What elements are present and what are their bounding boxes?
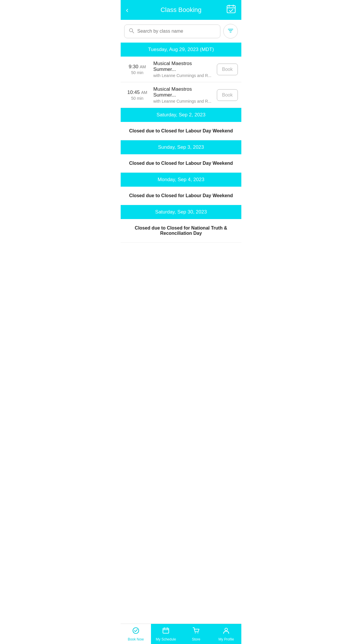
search-input[interactable] — [137, 29, 216, 34]
book-button[interactable]: Book — [217, 89, 238, 101]
class-row: 10:45 AM 50 min Musical Maestros Summer.… — [121, 82, 241, 108]
class-name: Musical Maestros Summer... — [153, 61, 214, 72]
filter-icon — [227, 27, 234, 35]
calendar-check-icon[interactable] — [226, 4, 236, 16]
class-row: 9:30 AM 50 min Musical Maestros Summer..… — [121, 57, 241, 82]
book-button[interactable]: Book — [217, 64, 238, 75]
class-info: Musical Maestros Summer... with Leanne C… — [153, 86, 214, 104]
filter-button[interactable] — [223, 24, 238, 38]
search-area — [121, 20, 241, 43]
date-header-1: Saturday, Sep 2, 2023 — [121, 108, 241, 122]
closed-notice-4: Closed due to Closed for National Truth … — [121, 219, 241, 243]
class-info: Musical Maestros Summer... with Leanne C… — [153, 61, 214, 78]
date-header-3: Monday, Sep 4, 2023 — [121, 173, 241, 187]
svg-rect-0 — [227, 6, 235, 13]
page-title: Class Booking — [136, 6, 226, 14]
date-header-2: Sunday, Sep 3, 2023 — [121, 140, 241, 154]
class-time: 9:30 AM 50 min — [124, 64, 150, 75]
date-header-0: Tuesday, Aug 29, 2023 (MDT) — [121, 43, 241, 57]
app-header: ‹ Class Booking — [121, 0, 241, 20]
class-instructor: with Leanne Cummings and R... — [153, 73, 214, 78]
back-button[interactable]: ‹ — [126, 6, 136, 15]
class-time: 10:45 AM 50 min — [124, 90, 150, 101]
svg-line-5 — [132, 31, 134, 33]
closed-notice-1: Closed due to Closed for Labour Day Week… — [121, 122, 241, 140]
class-name: Musical Maestros Summer... — [153, 86, 214, 98]
date-header-4: Saturday, Sep 30, 2023 — [121, 205, 241, 219]
schedule-list: Tuesday, Aug 29, 2023 (MDT) 9:30 AM 50 m… — [121, 43, 241, 243]
closed-notice-3: Closed due to Closed for Labour Day Week… — [121, 187, 241, 205]
class-instructor: with Leanne Cummings and R... — [153, 99, 214, 104]
closed-notice-2: Closed due to Closed for Labour Day Week… — [121, 154, 241, 173]
search-box — [124, 24, 220, 38]
search-icon — [129, 28, 134, 35]
